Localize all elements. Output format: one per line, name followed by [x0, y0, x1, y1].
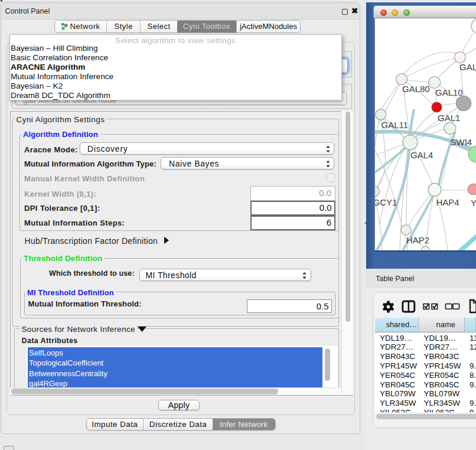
svg-text:HAP2: HAP2	[406, 235, 429, 245]
svg-text:GAL11: GAL11	[382, 120, 409, 130]
svg-text:GAL4: GAL4	[410, 150, 433, 160]
svg-text:GAL7: GAL7	[459, 62, 476, 72]
svg-text:GAL1: GAL1	[438, 113, 460, 123]
svg-text:SWI4: SWI4	[451, 137, 472, 147]
svg-text:GAL80: GAL80	[402, 84, 430, 94]
svg-text:HAP4: HAP4	[436, 197, 459, 207]
svg-text:GAL10: GAL10	[435, 87, 463, 97]
svg-text:YJ: YJ	[471, 198, 476, 208]
svg-text:GCY1: GCY1	[375, 197, 397, 207]
